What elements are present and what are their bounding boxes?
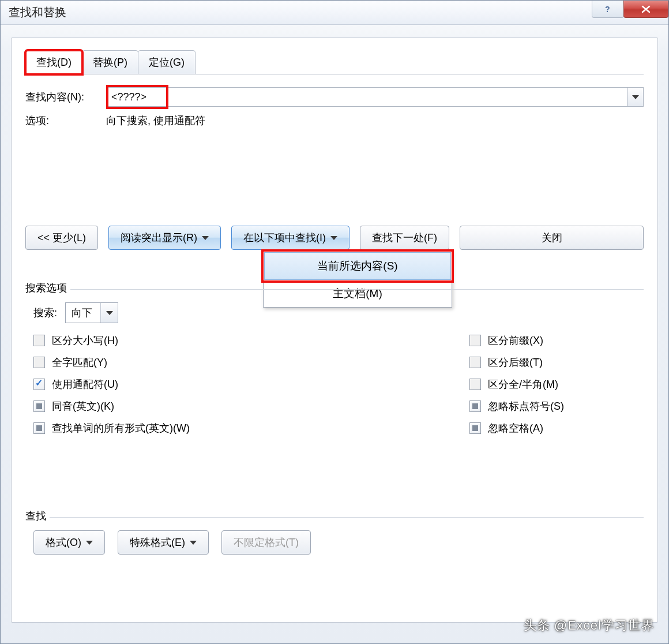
checkbox-tri-icon bbox=[469, 400, 481, 412]
search-direction-row: 搜索: 向下 bbox=[33, 302, 644, 323]
find-next-button[interactable]: 查找下一处(F) bbox=[360, 226, 449, 250]
search-options-fieldset: 搜索选项 搜索: 向下 区分大小写(H) 全字匹配(Y) 使用通配符(U) 同音… bbox=[25, 289, 644, 443]
checkbox-icon bbox=[469, 357, 481, 368]
titlebar: 查找和替换 ? bbox=[1, 1, 668, 25]
checkbox-icon bbox=[33, 357, 45, 368]
chevron-down-icon bbox=[190, 541, 197, 545]
close-icon bbox=[640, 5, 652, 14]
check-prefix[interactable]: 区分前缀(X) bbox=[469, 334, 644, 347]
options-row: 选项: 向下搜索, 使用通配符 bbox=[25, 114, 644, 128]
find-in-button[interactable]: 在以下项中查找(I) bbox=[231, 226, 349, 250]
reading-highlight-button[interactable]: 阅读突出显示(R) bbox=[108, 226, 221, 250]
dialog-content: 查找(D) 替换(P) 定位(G) 查找内容(N): 选项: 向下搜索, 使用通… bbox=[11, 38, 658, 623]
menu-current-selection[interactable]: 当前所选内容(S) bbox=[264, 252, 451, 280]
chevron-down-icon bbox=[632, 95, 639, 99]
chevron-down-icon bbox=[330, 236, 337, 240]
check-full-half[interactable]: 区分全/半角(M) bbox=[469, 377, 644, 391]
check-whole-word[interactable]: 全字匹配(Y) bbox=[33, 355, 208, 369]
check-all-forms[interactable]: 查找单词的所有形式(英文)(W) bbox=[33, 421, 208, 435]
checkbox-icon bbox=[33, 335, 45, 346]
help-button[interactable]: ? bbox=[592, 1, 624, 18]
special-format-button[interactable]: 特殊格式(E) bbox=[118, 530, 209, 555]
check-wildcards[interactable]: 使用通配符(U) bbox=[33, 377, 208, 391]
checkbox-columns: 区分大小写(H) 全字匹配(Y) 使用通配符(U) 同音(英文)(K) 查找单词… bbox=[25, 334, 644, 443]
watermark: 头条 @Excel学习世界 bbox=[524, 617, 655, 634]
svg-text:?: ? bbox=[605, 5, 610, 14]
checkbox-icon bbox=[469, 335, 481, 346]
chevron-down-icon bbox=[86, 541, 93, 545]
checkbox-tri-icon bbox=[33, 422, 45, 434]
window-title: 查找和替换 bbox=[9, 5, 66, 20]
help-icon: ? bbox=[603, 5, 612, 14]
dialog-window: 查找和替换 ? 查找(D) 替换(P) 定位(G) 查找内容(N): bbox=[0, 0, 669, 644]
close-button[interactable] bbox=[623, 1, 668, 18]
checkbox-tri-icon bbox=[33, 400, 45, 412]
chevron-down-icon bbox=[106, 311, 113, 315]
options-text: 向下搜索, 使用通配符 bbox=[106, 114, 205, 128]
tab-strip: 查找(D) 替换(P) 定位(G) bbox=[25, 50, 644, 74]
checkbox-col-right: 区分前缀(X) 区分后缀(T) 区分全/半角(M) 忽略标点符号(S) 忽略空格… bbox=[208, 334, 644, 443]
format-button[interactable]: 格式(O) bbox=[33, 530, 105, 555]
checkbox-tri-icon bbox=[469, 422, 481, 434]
check-suffix[interactable]: 区分后缀(T) bbox=[469, 355, 644, 369]
find-content-input[interactable] bbox=[106, 87, 627, 107]
check-ignore-space[interactable]: 忽略空格(A) bbox=[469, 421, 644, 435]
format-buttons: 格式(O) 特殊格式(E) 不限定格式(T) bbox=[33, 530, 644, 555]
find-format-legend: 查找 bbox=[25, 509, 50, 523]
find-content-label: 查找内容(N): bbox=[25, 90, 106, 104]
options-label: 选项: bbox=[25, 114, 106, 128]
titlebar-buttons: ? bbox=[592, 1, 668, 24]
search-direction-value: 向下 bbox=[66, 306, 100, 320]
no-format-button[interactable]: 不限定格式(T) bbox=[221, 530, 311, 555]
chevron-down-icon bbox=[202, 236, 209, 240]
action-button-row: << 更少(L) 阅读突出显示(R) 在以下项中查找(I) 查找下一处(F) 关… bbox=[25, 226, 644, 250]
find-content-row: 查找内容(N): bbox=[25, 87, 644, 107]
find-history-dropdown[interactable] bbox=[627, 87, 644, 107]
tab-replace[interactable]: 替换(P) bbox=[82, 50, 138, 74]
tab-find[interactable]: 查找(D) bbox=[25, 50, 82, 74]
select-dropdown-button[interactable] bbox=[100, 303, 118, 323]
search-direction-label: 搜索: bbox=[33, 306, 57, 320]
check-ignore-punct[interactable]: 忽略标点符号(S) bbox=[469, 399, 644, 413]
search-options-legend: 搜索选项 bbox=[25, 281, 70, 295]
checkbox-checked-icon bbox=[33, 379, 45, 390]
close-dialog-button[interactable]: 关闭 bbox=[460, 226, 644, 250]
tab-goto[interactable]: 定位(G) bbox=[138, 50, 196, 74]
find-format-fieldset: 查找 格式(O) 特殊格式(E) 不限定格式(T) bbox=[25, 517, 644, 555]
find-input-wrap bbox=[106, 87, 644, 107]
checkbox-col-left: 区分大小写(H) 全字匹配(Y) 使用通配符(U) 同音(英文)(K) 查找单词… bbox=[25, 334, 208, 443]
checkbox-icon bbox=[469, 379, 481, 390]
search-direction-select[interactable]: 向下 bbox=[65, 302, 118, 323]
tab-body: 查找内容(N): 选项: 向下搜索, 使用通配符 << 更少(L) 阅读突出显示… bbox=[25, 74, 644, 555]
less-button[interactable]: << 更少(L) bbox=[25, 226, 98, 250]
check-sounds-like[interactable]: 同音(英文)(K) bbox=[33, 399, 208, 413]
check-match-case[interactable]: 区分大小写(H) bbox=[33, 334, 208, 347]
